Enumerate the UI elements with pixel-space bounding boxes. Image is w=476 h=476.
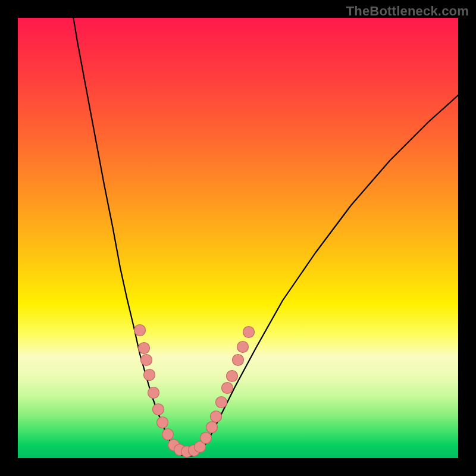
- svg-point-21: [243, 327, 255, 338]
- svg-point-2: [141, 355, 152, 366]
- bottleneck-curve: [71, 6, 458, 456]
- plot-area: [18, 18, 458, 458]
- svg-point-0: [134, 325, 146, 336]
- svg-point-20: [237, 342, 249, 353]
- svg-point-19: [233, 355, 244, 366]
- svg-point-15: [211, 411, 222, 422]
- svg-point-7: [162, 429, 174, 440]
- curve-svg: [18, 18, 458, 458]
- svg-point-1: [139, 343, 150, 354]
- scatter-dots: [134, 325, 255, 458]
- svg-point-4: [148, 387, 159, 399]
- svg-point-6: [157, 417, 168, 428]
- svg-point-17: [222, 383, 233, 394]
- svg-point-14: [206, 422, 218, 433]
- svg-point-18: [227, 371, 238, 382]
- svg-point-5: [153, 404, 164, 415]
- svg-point-13: [201, 433, 212, 444]
- svg-point-3: [144, 369, 155, 381]
- chart-frame: TheBottleneck.com: [0, 0, 476, 476]
- watermark-text: TheBottleneck.com: [346, 4, 469, 19]
- svg-point-16: [216, 397, 227, 408]
